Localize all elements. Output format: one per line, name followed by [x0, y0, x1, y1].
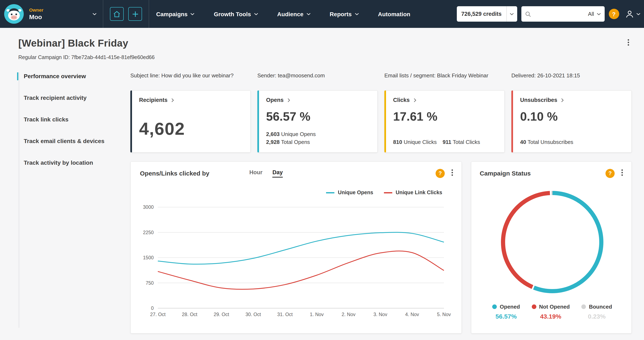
- meta-subject-line: Subject line: How did you like our webin…: [130, 72, 251, 79]
- search-scope-dropdown[interactable]: All: [588, 11, 601, 17]
- menu-track-recipient-activity[interactable]: Track recipient activity: [17, 94, 111, 102]
- svg-text:0: 0: [151, 306, 154, 311]
- unique-clicks-value: 810: [393, 139, 402, 145]
- tab-hour[interactable]: Hour: [249, 169, 262, 177]
- opens-clicks-chart-card: Opens/Links clicked by Hour Day ?: [130, 161, 462, 334]
- menu-track-link-clicks[interactable]: Track link clicks: [17, 116, 111, 124]
- page-kebab-menu[interactable]: [625, 37, 632, 49]
- chevron-right-icon: [561, 98, 564, 102]
- legend-unique-opens[interactable]: Unique Opens: [326, 190, 373, 195]
- kebab-icon: [621, 169, 623, 176]
- chart-kebab-menu[interactable]: [620, 169, 625, 178]
- svg-text:1. Nov: 1. Nov: [310, 312, 324, 317]
- chevron-down-icon: [306, 13, 310, 15]
- legend-value: 56.57%: [496, 313, 517, 320]
- opens-card[interactable]: Opens 56.57 % 2,603 Unique Opens 2,928 T…: [257, 90, 378, 153]
- card-title: Opens: [266, 97, 284, 103]
- nav-label: Campaigns: [156, 10, 188, 17]
- moosend-logo[interactable]: [4, 4, 24, 24]
- help-button[interactable]: ?: [608, 9, 619, 19]
- search-scope-value: All: [588, 11, 594, 17]
- campaign-report-page: [Webinar] Black Friday Regular Campaign …: [0, 28, 644, 334]
- total-opens-value: 2,928: [266, 139, 280, 145]
- legend-dot: [492, 305, 497, 309]
- nav-automation[interactable]: Automation: [378, 10, 410, 17]
- donut-chart: [498, 188, 606, 296]
- nav-campaigns[interactable]: Campaigns: [156, 10, 195, 17]
- nav-reports[interactable]: Reports: [330, 10, 359, 17]
- svg-text:3. Nov: 3. Nov: [373, 312, 387, 317]
- chart-help-icon[interactable]: ?: [436, 169, 445, 178]
- total-unsubscribes-label: Total Unsubscribes: [528, 139, 574, 145]
- unique-opens-label: Unique Opens: [281, 131, 316, 137]
- account-switcher[interactable]: Owner Moo: [29, 7, 103, 20]
- total-clicks-value: 911: [443, 139, 452, 145]
- chevron-right-icon: [287, 98, 290, 102]
- campaign-status-card: Campaign Status ? Opened: [471, 161, 632, 334]
- svg-text:5. Nov: 5. Nov: [437, 312, 451, 317]
- legend-label: Not Opened: [539, 304, 570, 310]
- campaign-meta-row: Subject line: How did you like our webin…: [130, 72, 632, 79]
- user-icon: [625, 9, 634, 18]
- legend-not-opened[interactable]: Not Opened 43.19%: [532, 304, 570, 320]
- menu-track-email-clients-devices[interactable]: Track email clients & devices: [17, 137, 111, 145]
- credits-dropdown[interactable]: 726,529 credits: [456, 6, 517, 22]
- report-side-menu: Performance overview Track recipient act…: [18, 72, 130, 334]
- unsubscribes-rate: 0.10 %: [520, 110, 624, 124]
- opens-details: 2,603 Unique Opens 2,928 Total Opens: [266, 130, 370, 146]
- kebab-icon: [452, 169, 453, 176]
- nav-label: Reports: [330, 10, 352, 17]
- legend-swatch: [384, 192, 392, 193]
- status-legend: Opened 56.57% Not Opened 43.19% Bounced …: [480, 304, 625, 320]
- menu-performance-overview[interactable]: Performance overview: [17, 72, 111, 80]
- search-input[interactable]: [534, 11, 585, 17]
- unsubscribes-details: 40 Total Unsubscribes: [520, 138, 624, 146]
- nav-audience[interactable]: Audience: [277, 10, 310, 17]
- chevron-right-icon: [171, 98, 174, 102]
- svg-text:28. Oct: 28. Oct: [182, 312, 198, 317]
- legend-value: 0.23%: [588, 313, 606, 320]
- card-title: Unsubscribes: [520, 97, 558, 103]
- chart-interval-tabs: Hour Day: [249, 169, 283, 177]
- user-menu[interactable]: [625, 9, 640, 18]
- svg-text:29. Oct: 29. Oct: [214, 312, 229, 317]
- meta-delivered: Delivered: 26-10-2021 18:15: [511, 72, 632, 79]
- legend-label: Unique Link Clicks: [396, 190, 442, 195]
- chevron-down-icon: [254, 13, 258, 15]
- total-clicks-label: Total Clicks: [453, 139, 480, 145]
- svg-text:750: 750: [146, 280, 154, 286]
- legend-unique-link-clicks[interactable]: Unique Link Clicks: [384, 190, 442, 195]
- chart-title: Campaign Status: [480, 170, 531, 177]
- unsubscribes-card[interactable]: Unsubscribes 0.10 % 40 Total Unsubscribe…: [511, 90, 632, 153]
- report-content: Subject line: How did you like our webin…: [130, 72, 632, 334]
- chart-help-icon[interactable]: ?: [606, 169, 615, 178]
- meta-email-lists: Email lists / segment: Black Friday Webi…: [384, 72, 505, 79]
- navbar-divider: [149, 0, 149, 28]
- opens-rate: 56.57 %: [266, 110, 370, 124]
- nav-growth-tools[interactable]: Growth Tools: [214, 10, 258, 17]
- svg-text:2250: 2250: [143, 230, 154, 235]
- legend-opened[interactable]: Opened 56.57%: [492, 304, 520, 320]
- home-button[interactable]: [110, 7, 124, 21]
- charts-row: Opens/Links clicked by Hour Day ?: [130, 161, 632, 334]
- nav-label: Growth Tools: [214, 10, 251, 17]
- clicks-card[interactable]: Clicks 17.61 % 810 Unique Clicks911 Tota…: [384, 90, 505, 153]
- home-icon: [113, 10, 120, 17]
- menu-track-activity-by-location[interactable]: Track activity by location: [17, 159, 111, 167]
- chart-kebab-menu[interactable]: [450, 169, 455, 178]
- campaign-id: Regular Campaign ID: 7fbe72ab-44d1-415e-…: [18, 54, 632, 60]
- unique-opens-value: 2,603: [266, 131, 280, 137]
- card-title: Clicks: [393, 97, 410, 103]
- main-navigation: Campaigns Growth Tools Audience Reports …: [156, 10, 410, 17]
- legend-bounced[interactable]: Bounced 0.23%: [581, 304, 612, 320]
- recipients-card[interactable]: Recipients 4,602: [130, 90, 251, 153]
- legend-label: Bounced: [589, 304, 612, 310]
- line-chart-legend: Unique Opens Unique Link Clicks: [131, 190, 442, 195]
- legend-swatch: [326, 192, 334, 193]
- tab-day[interactable]: Day: [272, 169, 283, 177]
- chevron-down-icon: [636, 13, 640, 15]
- stat-cards-row: Recipients 4,602 Opens 56.57 % 2,: [130, 90, 632, 153]
- create-new-button[interactable]: [128, 7, 142, 21]
- legend-dot: [581, 305, 586, 309]
- meta-sender: Sender: tea@moosend.com: [257, 72, 378, 79]
